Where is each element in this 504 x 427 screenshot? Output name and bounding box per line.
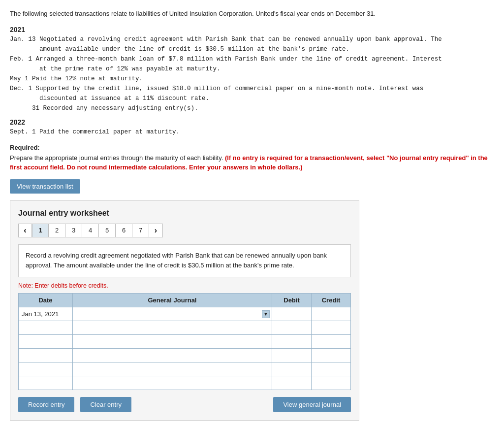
credit-cell-0[interactable] bbox=[312, 307, 351, 321]
nav-page-3[interactable]: 3 bbox=[65, 224, 82, 237]
nav-next-button[interactable]: › bbox=[149, 224, 163, 237]
credit-cell-4[interactable] bbox=[312, 362, 351, 376]
table-row bbox=[19, 321, 351, 335]
date-cell-2[interactable] bbox=[19, 335, 73, 349]
worksheet-title: Journal entry worksheet bbox=[18, 209, 351, 218]
debit-cell-0[interactable] bbox=[272, 307, 312, 321]
credit-cell-3[interactable] bbox=[312, 349, 351, 362]
gj-cell-2[interactable] bbox=[73, 335, 272, 349]
debit-cell-1[interactable] bbox=[272, 321, 312, 335]
transactions-2021: Jan. 13 Negotiated a revolving credit ag… bbox=[10, 34, 494, 113]
required-text: Prepare the appropriate journal entries … bbox=[10, 153, 494, 172]
nav-page-7[interactable]: 7 bbox=[132, 224, 149, 237]
date-cell-5[interactable] bbox=[19, 376, 73, 390]
date-cell-3[interactable] bbox=[19, 349, 73, 362]
nav-page-1[interactable]: 1 bbox=[32, 224, 49, 237]
gj-cell-3[interactable] bbox=[73, 349, 272, 362]
table-row bbox=[19, 349, 351, 362]
col-header-gj: General Journal bbox=[73, 294, 272, 307]
gj-cell-0[interactable]: ▼ bbox=[73, 307, 272, 321]
clear-entry-button[interactable]: Clear entry bbox=[80, 397, 131, 412]
required-section: Required: Prepare the appropriate journa… bbox=[10, 144, 494, 172]
credit-cell-1[interactable] bbox=[312, 321, 351, 335]
nav-prev-button[interactable]: ‹ bbox=[18, 224, 32, 237]
credit-cell-5[interactable] bbox=[312, 376, 351, 390]
gj-cell-4[interactable] bbox=[73, 362, 272, 376]
date-cell-1[interactable] bbox=[19, 321, 73, 335]
worksheet-description: Record a revolving credit agreement nego… bbox=[18, 244, 351, 278]
journal-table: Date General Journal Debit Credit Jan 13… bbox=[18, 293, 351, 390]
bottom-buttons: Record entry Clear entry View general jo… bbox=[18, 397, 351, 412]
col-header-credit: Credit bbox=[312, 294, 351, 307]
nav-page-6[interactable]: 6 bbox=[116, 224, 132, 237]
nav-row: ‹ 1 2 3 4 5 6 7 › bbox=[18, 224, 351, 237]
gj-cell-1[interactable] bbox=[73, 321, 272, 335]
table-row bbox=[19, 362, 351, 376]
date-cell-0[interactable]: Jan 13, 2021 bbox=[19, 307, 73, 321]
record-entry-button[interactable]: Record entry bbox=[18, 397, 74, 412]
debit-cell-4[interactable] bbox=[272, 362, 312, 376]
nav-page-2[interactable]: 2 bbox=[49, 224, 65, 237]
debit-cell-2[interactable] bbox=[272, 335, 312, 349]
col-header-debit: Debit bbox=[272, 294, 312, 307]
table-row bbox=[19, 376, 351, 390]
view-general-journal-button[interactable]: View general journal bbox=[273, 397, 351, 412]
gj-cell-5[interactable] bbox=[73, 376, 272, 390]
nav-page-5[interactable]: 5 bbox=[99, 224, 116, 237]
table-row: Jan 13, 2021▼ bbox=[19, 307, 351, 321]
worksheet-container: Journal entry worksheet ‹ 1 2 3 4 5 6 7 … bbox=[10, 200, 359, 421]
dropdown-indicator[interactable]: ▼ bbox=[262, 310, 270, 318]
transactions-2022: Sept. 1 Paid the commercial paper at mat… bbox=[10, 127, 494, 137]
required-heading: Required: bbox=[10, 144, 494, 151]
table-row bbox=[19, 335, 351, 349]
col-header-date: Date bbox=[19, 294, 73, 307]
date-cell-4[interactable] bbox=[19, 362, 73, 376]
note-text: Note: Enter debits before credits. bbox=[18, 282, 351, 289]
debit-cell-3[interactable] bbox=[272, 349, 312, 362]
required-text-plain: Prepare the appropriate journal entries … bbox=[10, 154, 223, 162]
credit-cell-2[interactable] bbox=[312, 335, 351, 349]
nav-page-4[interactable]: 4 bbox=[82, 224, 99, 237]
debit-cell-5[interactable] bbox=[272, 376, 312, 390]
view-transaction-list-button[interactable]: View transaction list bbox=[10, 179, 80, 194]
intro-text: The following selected transactions rela… bbox=[10, 9, 494, 19]
year-2021-heading: 2021 bbox=[10, 26, 494, 33]
year-2022-heading: 2022 bbox=[10, 118, 494, 126]
